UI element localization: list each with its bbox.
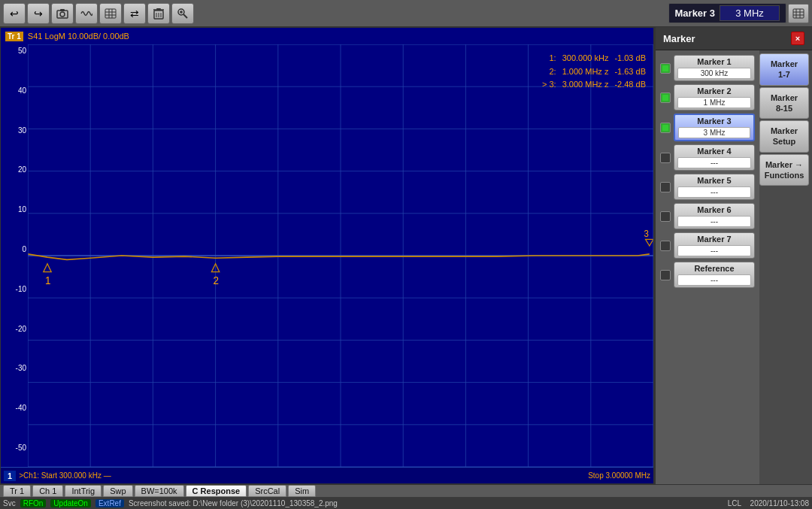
marker-3-group: Marker 3 3 MHz [660, 114, 755, 141]
tab-bw[interactable]: BW=100k [135, 485, 184, 497]
status-svc: Svc [3, 499, 16, 507]
marker-7-indicator [660, 241, 671, 251]
marker-display: Marker 3 [668, 3, 786, 23]
svg-text:2: 2 [213, 275, 219, 286]
marker-6-button[interactable]: Marker 6 --- [674, 203, 755, 229]
undo-button[interactable]: ↩ [3, 3, 26, 24]
delete-button[interactable] [147, 3, 170, 24]
marker-grid-button[interactable] [788, 4, 809, 23]
right-panel-content: Marker 1 300 kHz Marker 2 1 MHz [656, 50, 812, 484]
transfer-button[interactable]: ⇄ [123, 3, 146, 24]
svg-rect-18 [793, 9, 804, 18]
trace-label: Tr 1 [5, 32, 23, 41]
marker-4-indicator [660, 153, 671, 163]
marker-3-indicator [660, 123, 671, 133]
marker-7-button[interactable]: Marker 7 --- [674, 232, 755, 259]
close-button[interactable]: × [791, 32, 804, 45]
marker1-value: -1.03 dB [614, 52, 646, 65]
marker-5-indicator [660, 182, 671, 192]
y-label-30: 30 [18, 127, 26, 135]
tab-response[interactable]: C Response [186, 485, 247, 497]
reference-indicator [660, 270, 671, 280]
marker-6-group: Marker 6 --- [660, 203, 755, 229]
tab-srccal[interactable]: SrcCal [248, 485, 286, 497]
tab-marker-functions[interactable]: Marker →Functions [759, 154, 809, 186]
marker-3-button[interactable]: Marker 3 3 MHz [674, 114, 755, 141]
right-panel: Marker × Marker 1 300 kHz [654, 27, 812, 484]
svg-line-15 [183, 14, 187, 18]
marker-buttons-list: Marker 1 300 kHz Marker 2 1 MHz [656, 50, 759, 484]
right-panel-header: Marker × [656, 27, 812, 50]
tab-marker-1-7[interactable]: Marker1-7 [759, 53, 809, 86]
reference-button[interactable]: Reference --- [674, 262, 755, 288]
right-panel-title: Marker [663, 33, 695, 44]
chart-body: 50 40 30 20 10 0 -10 -20 -30 -40 -50 [1, 44, 653, 467]
marker-1-button[interactable]: Marker 1 300 kHz [674, 55, 755, 81]
marker-4-button[interactable]: Marker 4 --- [674, 144, 755, 171]
y-label-50: 50 [18, 47, 26, 55]
marker-1-indicator [660, 63, 671, 74]
chart-title: S41 LogM 10.00dB/ 0.00dB [28, 32, 129, 41]
y-label-10: 10 [18, 206, 26, 214]
bottom-bar: Tr 1 Ch 1 IntTrig Swp BW=100k C Response… [0, 484, 812, 509]
y-label-n50: -50 [16, 444, 26, 452]
y-axis: 50 40 30 20 10 0 -10 -20 -30 -40 -50 [1, 44, 28, 467]
marker-2-indicator [660, 92, 671, 103]
tab-tr1[interactable]: Tr 1 [3, 485, 31, 497]
marker3-index: > 3: [542, 78, 556, 92]
svg-rect-10 [156, 8, 161, 10]
y-label-n20: -20 [16, 326, 26, 333]
marker-7-group: Marker 7 --- [660, 232, 755, 259]
status-screenshot-msg: Screenshot saved: D:\New folder (3)\2020… [129, 499, 338, 507]
marker-label: Marker 3 [675, 8, 715, 19]
x-axis-bar: 1 >Ch1: Start 300.000 kHz — Stop 3.00000… [1, 467, 653, 483]
marker-5-button[interactable]: Marker 5 --- [674, 174, 755, 200]
status-row: Svc RFOn UpdateOn ExtRef Screenshot save… [0, 497, 812, 509]
tab-inttrig[interactable]: IntTrig [65, 485, 102, 497]
tab-marker-setup[interactable]: MarkerSetup [759, 120, 809, 153]
marker3-value: -2.48 dB [614, 78, 646, 92]
status-updateon: UpdateOn [50, 499, 91, 507]
svg-rect-2 [60, 9, 65, 11]
x-stop-label: Stop 3.00000 MHz [588, 471, 650, 480]
wave-button[interactable] [75, 3, 98, 24]
toolbar: ↩ ↪ ⇄ Marker 3 [0, 0, 812, 27]
marker-value-input[interactable] [720, 5, 780, 21]
marker-4-group: Marker 4 --- [660, 144, 755, 171]
svg-text:3: 3 [644, 229, 649, 238]
tab-sim[interactable]: Sim [288, 485, 316, 497]
svg-point-1 [60, 12, 65, 17]
chart-svg: 1 2 3 [28, 44, 653, 467]
marker-info-line-3: > 3: 3.000 MHz z -2.48 dB [542, 78, 646, 92]
marker-info: 1: 300.000 kHz -1.03 dB 2: 1.000 MHz z -… [542, 52, 646, 92]
zoom-button[interactable] [171, 3, 194, 24]
svg-rect-3 [105, 9, 116, 18]
y-label-40: 40 [18, 87, 26, 95]
marker2-freq: 1.000 MHz z [562, 65, 609, 79]
y-label-n30: -30 [16, 365, 26, 372]
y-label-n10: -10 [16, 286, 26, 293]
status-extref: ExtRef [95, 499, 124, 507]
y-label-0: 0 [22, 246, 26, 253]
reference-group: Reference --- [660, 262, 755, 288]
chart-header: Tr 1 S41 LogM 10.00dB/ 0.00dB [1, 28, 653, 44]
tab-row: Tr 1 Ch 1 IntTrig Swp BW=100k C Response… [0, 484, 812, 497]
tab-ch1[interactable]: Ch 1 [32, 485, 63, 497]
screenshot-button[interactable] [51, 3, 74, 24]
marker-5-group: Marker 5 --- [660, 174, 755, 200]
marker-2-group: Marker 2 1 MHz [660, 84, 755, 111]
grid-button[interactable] [99, 3, 122, 24]
y-label-20: 20 [18, 166, 26, 174]
marker-1-group: Marker 1 300 kHz [660, 55, 755, 81]
y-label-n40: -40 [16, 404, 26, 412]
tab-marker-8-15[interactable]: Marker8-15 [759, 87, 809, 120]
marker-2-button[interactable]: Marker 2 1 MHz [674, 84, 755, 111]
grid-area: 1 2 3 1: 300.000 kHz -1.03 dB [28, 44, 653, 467]
marker3-freq: 3.000 MHz z [562, 78, 609, 92]
redo-button[interactable]: ↪ [27, 3, 50, 24]
status-rfon: RFOn [20, 499, 47, 507]
marker1-freq: 300.000 kHz [562, 52, 609, 65]
status-lcl: LCL [728, 499, 741, 507]
tab-swp[interactable]: Swp [103, 485, 132, 497]
marker2-index: 2: [549, 65, 556, 79]
